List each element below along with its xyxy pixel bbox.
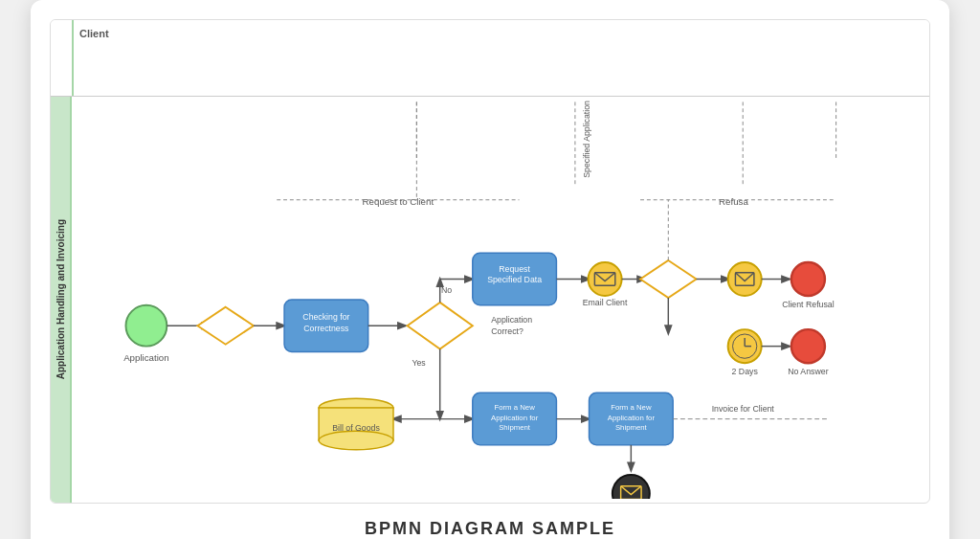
lane-label-bar: Application Handling and Invoicing	[51, 97, 72, 503]
main-card: Client Application Handling and Invoicin…	[31, 0, 949, 539]
req-data-label2: Specified Data	[487, 275, 542, 284]
client-lane-label: Client	[79, 28, 109, 39]
email-event1	[589, 262, 622, 296]
title-section: BPMN DIAGRAM SAMPLE	[50, 504, 930, 539]
form1-label3: Shipment	[499, 423, 531, 432]
two-days-label: 2 Days	[732, 367, 759, 376]
invoice-for-client-label: Invoice for Client	[712, 404, 775, 414]
bpmn-svg: Specified Application Request to Client …	[72, 97, 929, 499]
gateway3	[640, 260, 696, 298]
start-event	[125, 305, 167, 347]
bill-of-goods-label: Bill of Goods	[332, 423, 380, 433]
req-data-label1: Request	[499, 264, 530, 274]
gateway2	[408, 303, 473, 349]
email-client-label: Email Client	[583, 298, 628, 307]
no-answer-event	[791, 329, 825, 363]
client-lane: Client	[51, 20, 929, 97]
application-label: Application	[123, 352, 169, 363]
diagram-content: Specified Application Request to Client …	[72, 97, 929, 503]
main-lane-label: Application Handling and Invoicing	[56, 219, 66, 379]
bill-of-goods-bottom	[319, 431, 393, 449]
form1-label2: Application for	[491, 414, 539, 422]
gateway1	[197, 307, 253, 345]
svg-text:Specified Application: Specified Application	[582, 101, 591, 178]
diagram-area: Client Application Handling and Invoicin…	[50, 19, 930, 504]
no-label: No	[441, 285, 452, 295]
refusa-label: Refusa	[719, 196, 748, 207]
client-refusal-event	[791, 262, 825, 296]
email-event2	[728, 262, 762, 296]
no-answer-label: No Answer	[788, 367, 828, 376]
main-lane: Application Handling and Invoicing Speci…	[51, 97, 929, 503]
request-to-client-label: Request to Client	[363, 196, 434, 207]
form2-label1: Form a New	[611, 403, 652, 412]
yes-label: Yes	[412, 358, 426, 368]
app-correct-label2: Correct?	[491, 326, 523, 336]
form1-label1: Form a New	[494, 403, 535, 412]
form2-label2: Application for	[608, 414, 656, 422]
client-refusal-label1: Client Refusal	[782, 300, 835, 309]
checking-label1: Checking for	[302, 312, 349, 322]
app-correct-label1: Application	[491, 315, 532, 325]
form2-label3: Shipment	[615, 423, 648, 432]
diagram-title: BPMN DIAGRAM SAMPLE	[365, 519, 615, 538]
checking-label2: Correctness	[303, 324, 349, 333]
